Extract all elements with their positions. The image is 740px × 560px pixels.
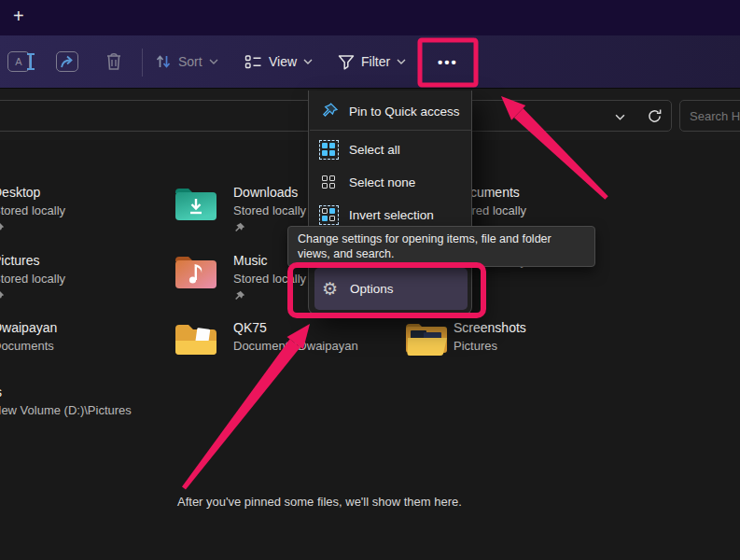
gear-icon: ⚙ bbox=[322, 280, 338, 298]
chevron-down-icon bbox=[303, 59, 313, 64]
menu-item-select-none[interactable]: Select none bbox=[309, 166, 473, 199]
tab-bar: + bbox=[0, 0, 740, 35]
view-label: View bbox=[269, 54, 297, 69]
folder-tile-qk75-label[interactable]: QK75 Documents\Dwaipayan bbox=[233, 319, 358, 355]
search-input[interactable] bbox=[680, 101, 740, 131]
filter-icon bbox=[338, 54, 355, 70]
folder-tile-dwaipayan[interactable]: Dwaipayan Documents bbox=[0, 319, 57, 355]
share-button[interactable] bbox=[56, 35, 78, 88]
pinned-files-empty-message: After you've pinned some files, we'll sh… bbox=[177, 495, 462, 509]
pinned-icon bbox=[233, 222, 245, 234]
sort-label: Sort bbox=[178, 54, 202, 69]
menu-separator bbox=[310, 130, 472, 131]
address-chevron-down-icon[interactable] bbox=[615, 114, 625, 120]
menu-item-pin-to-quick-access[interactable]: Pin to Quick access bbox=[309, 94, 473, 128]
menu-item-options[interactable]: ⚙ Options bbox=[314, 268, 468, 310]
refresh-icon[interactable] bbox=[647, 108, 663, 124]
view-icon bbox=[244, 53, 262, 70]
see-more-button[interactable]: ••• bbox=[425, 35, 471, 88]
chevron-down-icon bbox=[397, 59, 406, 64]
pinned-icon bbox=[233, 290, 245, 302]
open-folder-icon bbox=[404, 318, 449, 358]
chevron-down-icon bbox=[209, 59, 218, 64]
folder-tile-qk75[interactable] bbox=[174, 318, 218, 362]
command-toolbar: A Sort bbox=[0, 35, 740, 89]
folder-tile-desktop[interactable]: Desktop Stored locally bbox=[0, 184, 65, 238]
folder-tile-pictures[interactable]: Pictures Stored locally bbox=[0, 252, 65, 306]
folder-tile-screenshots[interactable] bbox=[404, 318, 449, 362]
sort-icon bbox=[155, 53, 172, 70]
file-explorer-window: + A bbox=[0, 0, 740, 560]
pinned-icon bbox=[0, 290, 5, 302]
see-more-icon: ••• bbox=[438, 54, 458, 70]
pin-icon bbox=[321, 103, 338, 119]
filter-button[interactable]: Filter bbox=[338, 35, 406, 88]
pinned-icon bbox=[0, 222, 5, 234]
select-none-icon bbox=[321, 175, 337, 190]
folder-tile-d-drive[interactable]: ls New Volume (D:)\Pictures bbox=[0, 384, 132, 419]
folder-tile-downloads[interactable] bbox=[174, 183, 218, 227]
share-icon bbox=[56, 51, 78, 72]
options-tooltip: Change settings for opening items, file … bbox=[287, 226, 595, 267]
rename-button[interactable]: A bbox=[7, 35, 30, 88]
filter-label: Filter bbox=[361, 54, 390, 69]
downloads-folder-icon bbox=[174, 183, 218, 223]
folder-with-document-icon bbox=[174, 318, 218, 358]
sort-button[interactable]: Sort bbox=[155, 35, 218, 88]
menu-item-select-all[interactable]: Select all bbox=[309, 133, 473, 166]
search-box[interactable] bbox=[679, 100, 740, 132]
folder-tile-screenshots-label[interactable]: Screenshots Pictures bbox=[454, 319, 526, 355]
folder-tile-music[interactable] bbox=[174, 251, 218, 295]
delete-button[interactable] bbox=[105, 35, 123, 88]
trash-icon bbox=[105, 51, 123, 72]
music-folder-icon bbox=[174, 251, 218, 291]
select-all-icon bbox=[321, 142, 337, 158]
toolbar-divider bbox=[142, 49, 143, 77]
new-tab-button[interactable]: + bbox=[13, 6, 24, 27]
see-more-menu: Pin to Quick access Select all Select no… bbox=[308, 91, 472, 315]
invert-selection-icon bbox=[321, 207, 337, 223]
view-button[interactable]: View bbox=[244, 35, 313, 88]
rename-icon: A bbox=[7, 51, 30, 72]
